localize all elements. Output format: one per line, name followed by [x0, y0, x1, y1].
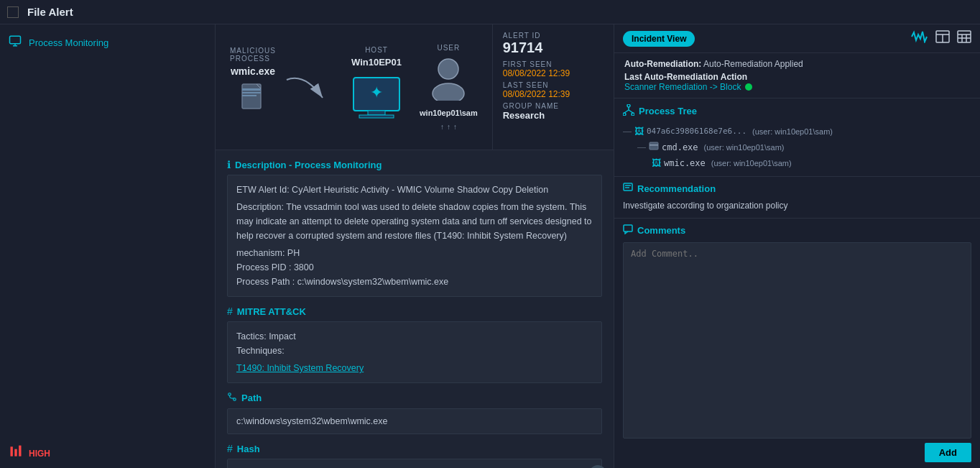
hash-row: 96BEC6668680152DF51EC1DE1D5362C64C2ABA1E… — [227, 459, 602, 468]
etw-line: ETW Alert Id: CyAlert Heuristic Activity… — [236, 183, 593, 197]
svg-rect-4 — [14, 449, 17, 456]
first-seen-value: 08/08/2022 12:39 — [503, 68, 604, 78]
svg-point-16 — [438, 59, 458, 79]
comments-header: Comments — [623, 224, 971, 237]
incident-view-button[interactable]: Incident View — [623, 31, 695, 47]
svg-point-28 — [627, 104, 630, 107]
tree-node-icon-0: 🖼 — [634, 126, 644, 137]
tree-node-name-1: cmd.exe — [662, 142, 698, 152]
svg-rect-3 — [11, 446, 13, 456]
scanner-link[interactable]: Scanner Remediation -> Block — [624, 82, 970, 92]
sidebar-item-process-monitoring[interactable]: Process Monitoring — [0, 24, 215, 60]
diagram-main: MALICIOUS PROCESS wmic.exe — [216, 24, 492, 150]
tree-node-user-1: (user: win10ep01\sam) — [704, 143, 785, 152]
vt-badge[interactable]: VT — [589, 465, 606, 468]
content-area: ℹ Description - Process Monitoring ETW A… — [216, 150, 614, 468]
svg-line-33 — [629, 110, 633, 113]
mitre-title: MITRE ATT&CK — [237, 306, 306, 317]
auto-remed-value: Auto-Remediation Applied — [703, 59, 803, 69]
alert-id-value: 91714 — [503, 40, 604, 56]
tree-node-icon-1 — [649, 141, 659, 153]
description-title: Description - Process Monitoring — [235, 160, 382, 170]
last-action-label: Last Auto-Remediation Action — [624, 72, 970, 82]
rec-icon — [623, 183, 633, 195]
process-tree-section: Process Tree — 🖼 047a6c39806168e7e6... (… — [614, 98, 980, 177]
host-value: Win10EP01 — [351, 57, 402, 68]
svg-rect-23 — [958, 31, 971, 42]
last-seen-value: 08/08/2022 12:39 — [503, 89, 604, 99]
comment-input[interactable] — [623, 242, 971, 439]
svg-rect-35 — [650, 144, 658, 146]
process-tree-title: Process Tree — [639, 106, 697, 116]
select-checkbox[interactable] — [7, 6, 19, 18]
path-value: c:\windows\system32\wbem\wmic.exe — [227, 408, 602, 434]
mitre-icon: # — [227, 306, 233, 317]
svg-rect-15 — [359, 115, 394, 118]
svg-rect-8 — [242, 92, 261, 93]
right-panel: Incident View — [614, 24, 980, 468]
recommendation-title: Recommendation — [637, 183, 716, 194]
tree-node-2: 🖼 wmic.exe (user: win10ep01\sam) — [623, 155, 971, 170]
incident-header: Incident View — [614, 24, 980, 53]
comments-section: Comments Add — [614, 219, 980, 468]
monitor-icon — [9, 35, 22, 50]
header-icons — [911, 30, 971, 47]
tree-node-1: — cmd.exe (user: win10ep01\sam) — [623, 139, 971, 155]
alert-id-label: ALERT ID — [503, 32, 604, 40]
technique-link[interactable]: T1490: Inhibit System Recovery — [236, 363, 364, 373]
svg-rect-39 — [624, 225, 632, 231]
recommendation-section: Recommendation Investigate according to … — [614, 177, 980, 219]
scanner-link-text: Scanner Remediation -> Block — [624, 82, 741, 92]
group-name-label: GROUP NAME — [503, 102, 604, 110]
waveform-icon[interactable] — [911, 30, 928, 47]
layout-icon[interactable] — [935, 30, 950, 47]
svg-text:✦: ✦ — [370, 83, 383, 101]
auto-remed-label: Auto-Remediation: — [624, 59, 701, 69]
mechanism-line: mechanism: PH — [236, 246, 593, 260]
tree-connector-1: — — [637, 142, 646, 152]
severity-badge: HIGH — [0, 439, 215, 468]
host-label: HOST — [365, 46, 388, 54]
add-comment-button[interactable]: Add — [925, 443, 971, 462]
svg-point-30 — [632, 113, 634, 116]
techniques-line: Techniques: — [236, 344, 593, 358]
comments-title: Comments — [637, 225, 685, 236]
hash-section-header: # Hash — [227, 443, 602, 454]
tree-node-icon-2: 🖼 — [652, 157, 661, 168]
tree-node-0: — 🖼 047a6c39806168e7e6... (user: win10ep… — [623, 124, 971, 139]
description-icon: ℹ — [227, 159, 231, 170]
hash-title: Hash — [237, 444, 260, 454]
hash-icon: # — [227, 443, 233, 454]
mitre-section-header: # MITRE ATT&CK — [227, 306, 602, 317]
tree-node-user-0: (user: win10ep01\sam) — [752, 127, 833, 136]
grid-icon[interactable] — [957, 30, 971, 47]
path-title: Path — [241, 393, 262, 403]
user-value: win10ep01\sam — [420, 109, 478, 117]
tree-icon — [623, 104, 634, 118]
right-content: Process Tree — 🖼 047a6c39806168e7e6... (… — [614, 98, 980, 468]
severity-icon — [9, 444, 23, 462]
description-section-header: ℹ Description - Process Monitoring — [227, 159, 602, 170]
process-name: wmic.exe — [231, 65, 275, 77]
path-icon — [227, 392, 237, 404]
svg-point-18 — [228, 393, 231, 396]
last-seen-label: LAST SEEN — [503, 81, 604, 89]
svg-line-32 — [624, 110, 629, 113]
svg-rect-34 — [650, 142, 658, 150]
svg-rect-36 — [624, 183, 632, 191]
recommendation-header: Recommendation — [623, 183, 971, 195]
desc-line: Description: The vssadmin tool was used … — [236, 200, 593, 243]
page-title: File Alert — [27, 6, 973, 18]
svg-rect-7 — [242, 88, 261, 91]
path-desc-line: Process Path : c:\windows\system32\wbem\… — [236, 275, 593, 289]
user-box: USER win10ep01\sam ↑ ↑ ↑ — [420, 44, 478, 131]
group-name-value: Research — [503, 110, 604, 121]
main-layout: Process Monitoring HIGH MALICIOUS PROCES… — [0, 24, 980, 468]
tree-node-name-2: wmic.exe — [664, 158, 706, 168]
first-seen-label: FIRST SEEN — [503, 60, 604, 68]
green-dot — [745, 83, 752, 91]
left-sidebar: Process Monitoring HIGH — [0, 24, 216, 468]
svg-rect-9 — [242, 95, 256, 96]
tree-node-name-0: 047a6c39806168e7e6... — [647, 127, 746, 136]
svg-rect-0 — [10, 36, 21, 44]
